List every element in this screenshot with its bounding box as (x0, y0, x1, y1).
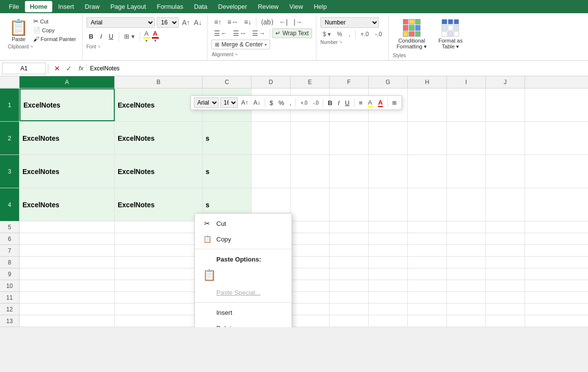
grid-cell[interactable] (115, 257, 203, 268)
menu-file[interactable]: File (4, 1, 24, 12)
col-header-H[interactable]: H (408, 76, 447, 88)
menu-formulas[interactable]: Formulas (152, 1, 188, 12)
align-bottom-button[interactable]: ≡↓ (242, 17, 254, 27)
col-header-B[interactable]: B (115, 76, 203, 88)
grid-cell[interactable] (447, 280, 486, 291)
grid-cell[interactable]: ExcelNotes (20, 155, 115, 188)
col-header-A[interactable]: A (20, 76, 115, 88)
grid-cell[interactable] (115, 292, 203, 303)
grid-cell[interactable] (408, 304, 447, 315)
align-right-button[interactable]: ☰→ (250, 28, 268, 38)
row-header-6[interactable]: 6 (0, 233, 20, 245)
grid-cell[interactable] (486, 233, 525, 244)
indent-increase-button[interactable]: |→ (291, 17, 305, 27)
grid-cell[interactable] (330, 280, 369, 291)
grid-cell[interactable] (369, 245, 408, 256)
grid-cell[interactable] (486, 315, 525, 327)
grid-cell[interactable] (408, 88, 447, 121)
grid-cell[interactable] (291, 188, 330, 221)
grid-cell[interactable] (291, 233, 330, 244)
grid-cell[interactable] (447, 268, 486, 280)
row-header-1[interactable]: 1 (0, 88, 20, 122)
grid-cell[interactable] (369, 188, 408, 221)
col-header-I[interactable]: I (447, 76, 486, 88)
row-header-10[interactable]: 10 (0, 280, 20, 292)
italic-button[interactable]: I (98, 32, 105, 41)
grid-cell[interactable] (115, 233, 203, 244)
floating-align-button[interactable]: ≡ (357, 98, 365, 108)
floating-fillcolor-button[interactable]: A (366, 98, 375, 108)
grid-cell[interactable] (20, 315, 115, 327)
grid-cell[interactable] (447, 245, 486, 256)
grid-cell[interactable] (486, 245, 525, 256)
grid-cell[interactable] (291, 221, 330, 233)
menu-help[interactable]: Help (309, 1, 332, 12)
grid-cell[interactable] (20, 257, 115, 268)
grid-cell[interactable] (369, 221, 408, 233)
grid-cell[interactable] (115, 315, 203, 327)
currency-button[interactable]: $ ▾ (320, 30, 333, 39)
ctx-cut[interactable]: ✂ Cut (195, 216, 292, 231)
underline-button[interactable]: U (106, 32, 116, 41)
grid-cell[interactable] (408, 122, 447, 154)
grid-cell[interactable] (369, 292, 408, 303)
row-header-5[interactable]: 5 (0, 221, 20, 233)
menu-developer[interactable]: Developer (213, 1, 252, 12)
grid-cell[interactable] (369, 268, 408, 280)
grid-cell[interactable] (486, 257, 525, 268)
grid-cell[interactable] (447, 304, 486, 315)
grid-cell[interactable]: s (203, 155, 252, 188)
grid-cell[interactable] (330, 257, 369, 268)
grid-cell[interactable] (20, 280, 115, 291)
grid-cell[interactable] (486, 304, 525, 315)
format-as-table-button[interactable]: Format asTable ▾ (435, 17, 467, 52)
text-direction-button[interactable]: ⟨ab⟩ (258, 17, 276, 27)
col-header-G[interactable]: G (369, 76, 408, 88)
floating-fontcolor-button[interactable]: A (376, 98, 385, 108)
grid-cell[interactable]: ExcelNotes (115, 155, 203, 188)
number-expand-icon[interactable]: ↘ (339, 40, 342, 44)
align-middle-button[interactable]: ≡↔ (225, 17, 241, 27)
grid-cell[interactable]: ExcelNotes (20, 88, 115, 121)
floating-dec-dec-button[interactable]: -.0 (311, 99, 321, 107)
grid-cell[interactable] (447, 155, 486, 188)
floating-dec-inc-button[interactable]: +.0 (298, 99, 309, 107)
grid-cell[interactable] (115, 221, 203, 233)
formula-input[interactable] (87, 63, 586, 74)
merge-dropdown-icon[interactable]: ▾ (265, 43, 267, 47)
grid-cell[interactable] (408, 245, 447, 256)
corner-cell[interactable] (0, 76, 20, 88)
grid-cell[interactable] (408, 315, 447, 327)
grid-cell[interactable] (408, 188, 447, 221)
row-header-8[interactable]: 8 (0, 257, 20, 268)
grid-cell[interactable] (20, 268, 115, 280)
grid-cell[interactable] (486, 122, 525, 154)
floating-italic-button[interactable]: I (336, 98, 342, 108)
grid-cell[interactable] (486, 155, 525, 188)
grid-cell[interactable] (291, 155, 330, 188)
border-button[interactable]: ⊞ ▾ (122, 32, 137, 41)
grid-cell[interactable] (252, 155, 291, 188)
ctx-copy[interactable]: 📋 Copy (195, 231, 292, 247)
cell-reference-box[interactable] (2, 63, 46, 74)
grid-cell[interactable] (447, 315, 486, 327)
grid-cell[interactable] (330, 233, 369, 244)
grid-cell[interactable]: ExcelNotes (115, 188, 203, 221)
grid-cell[interactable] (291, 304, 330, 315)
grid-cell[interactable] (115, 268, 203, 280)
grid-cell[interactable] (330, 268, 369, 280)
alignment-expand-icon[interactable]: ↘ (234, 52, 238, 56)
grid-cell[interactable] (330, 315, 369, 327)
grid-cell[interactable] (330, 188, 369, 221)
grid-cell[interactable] (486, 221, 525, 233)
grid-cell[interactable] (291, 292, 330, 303)
grid-cell[interactable] (20, 292, 115, 303)
floating-underline-button[interactable]: U (343, 98, 351, 108)
grid-cell[interactable] (447, 292, 486, 303)
grid-cell[interactable] (447, 257, 486, 268)
floating-currency-button[interactable]: $ (268, 98, 275, 108)
align-center-button[interactable]: ☰↔ (231, 28, 249, 38)
grid-cell[interactable] (330, 292, 369, 303)
grid-cell[interactable] (486, 292, 525, 303)
font-color-button[interactable]: A ▾ (152, 30, 159, 43)
